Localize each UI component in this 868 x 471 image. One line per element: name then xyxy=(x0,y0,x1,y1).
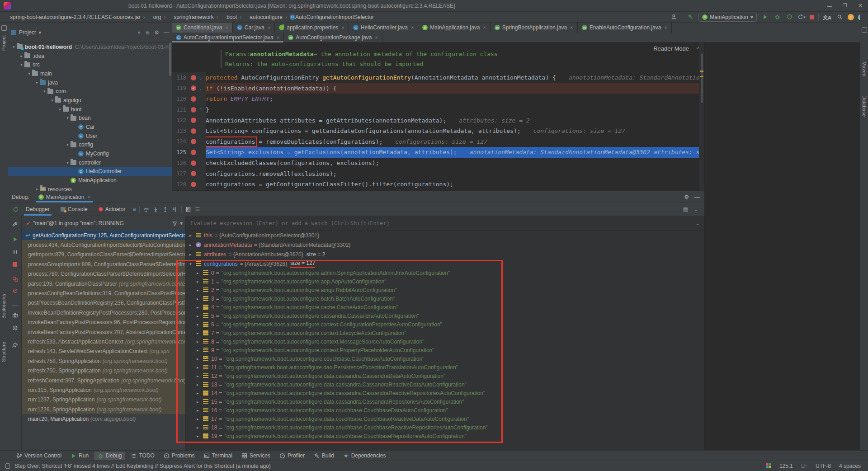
editor-tab[interactable]: MainApplication.java × xyxy=(418,23,491,33)
status-message[interactable]: Step Over: Shortcut 'F8' missed 4 times … xyxy=(14,463,271,469)
menu-item[interactable] xyxy=(105,0,113,11)
expand-icon[interactable]: ▸ xyxy=(189,243,196,247)
expand-icon[interactable]: ▸ xyxy=(189,233,196,238)
editor-error-stripe[interactable] xyxy=(699,42,704,191)
expand-icon[interactable]: ▸ xyxy=(197,279,203,284)
stop-button[interactable] xyxy=(810,15,814,19)
breadcrumb-item[interactable]: org › xyxy=(148,14,168,20)
breadcrumb-item[interactable]: springframework › xyxy=(168,14,221,20)
run-to-cursor-icon[interactable] xyxy=(172,207,178,212)
editor-gutter[interactable]: 125 xyxy=(172,147,206,158)
stack-frame[interactable]: refresh:750, SpringApplication (org.spri… xyxy=(22,366,185,375)
toolbar-version-control[interactable]: Version Control xyxy=(13,452,65,460)
menu-item[interactable] xyxy=(97,0,105,11)
tree-item[interactable]: MainApplication xyxy=(8,176,172,185)
stack-frame[interactable]: invokeBeanFactoryPostProcessors:96, Post… xyxy=(22,318,185,327)
toolbar-run[interactable]: Run xyxy=(67,452,92,460)
rerun-session-icon[interactable] xyxy=(12,221,18,228)
list-entry-row[interactable]: ▸ 2 = "org.springframework.boot.autoconf… xyxy=(186,286,704,294)
tab-close-icon[interactable]: × xyxy=(483,25,486,30)
stack-frame[interactable]: run:1237, SpringApplication (org.springf… xyxy=(22,395,185,405)
stack-frame[interactable]: invokeBeanFactoryPostProcessors:707, Abs… xyxy=(22,327,185,337)
expand-icon[interactable]: ▾ xyxy=(189,262,196,266)
expand-icon[interactable]: ▸ xyxy=(197,357,203,361)
build-hammer-icon[interactable] xyxy=(686,13,694,21)
rerun-icon[interactable] xyxy=(13,207,19,212)
menu-item[interactable] xyxy=(40,0,48,11)
editor-scrollbar-thumb[interactable] xyxy=(701,53,703,103)
tree-item[interactable]: Car xyxy=(8,122,172,132)
expand-icon[interactable]: ▸ xyxy=(197,348,203,353)
expand-icon[interactable]: ▸ xyxy=(197,391,203,396)
tab-close-icon[interactable]: × xyxy=(570,25,573,30)
tree-expand-icon[interactable]: ▾ xyxy=(65,142,71,147)
code-line[interactable]: 123 List<String> configurations = getCan… xyxy=(172,126,704,137)
editor-gutter[interactable]: 121 ⌃ xyxy=(172,104,206,115)
list-entry-row[interactable]: ▸ 17 = "org.springframework.boot.autocon… xyxy=(186,414,704,423)
debug-hide-icon[interactable]: — xyxy=(694,194,700,200)
tree-expand-icon[interactable]: ▾ xyxy=(19,62,24,67)
list-entry-row[interactable]: ▸ 13 = "org.springframework.boot.autocon… xyxy=(186,380,704,389)
list-entry-row[interactable]: ▸ 19 = "org.springframework.boot.autocon… xyxy=(186,432,704,440)
menu-item[interactable] xyxy=(64,0,72,11)
tab-actuator[interactable]: Actuator xyxy=(95,203,129,216)
restore-layout-icon[interactable]: ⌄ xyxy=(693,206,698,212)
expand-icon[interactable]: ▸ xyxy=(197,288,203,292)
menu-item[interactable] xyxy=(32,0,40,11)
expand-icon[interactable]: ▸ xyxy=(189,252,196,257)
stack-frame[interactable]: process:434, AutoConfigurationImportSele… xyxy=(22,240,185,250)
resume-icon[interactable] xyxy=(12,236,18,242)
list-entry-row[interactable]: ▸ 9 = "org.springframework.boot.autoconf… xyxy=(186,346,704,354)
list-entry-row[interactable]: ▸ 15 = "org.springframework.boot.autocon… xyxy=(186,397,704,406)
step-over-icon[interactable] xyxy=(143,207,149,212)
tab-close-icon[interactable]: × xyxy=(268,25,270,30)
list-entry-row[interactable]: ▸ 16 = "org.springframework.boot.autocon… xyxy=(186,406,704,414)
debug-session-tab[interactable]: MainApplication × xyxy=(36,191,93,203)
tree-item[interactable]: ▾ bean xyxy=(8,114,172,123)
editor-tab[interactable]: SpringBootApplication.java × xyxy=(491,23,578,33)
stack-frame[interactable]: postProcessBeanDefinitionRegistry:236, C… xyxy=(22,298,185,308)
breakpoint-icon[interactable] xyxy=(191,160,196,166)
editor-gutter[interactable]: 122 xyxy=(172,115,206,126)
editor-tab[interactable]: AutoConfigurationPackage.java × xyxy=(284,33,382,42)
expand-icon[interactable]: ▸ xyxy=(197,365,203,370)
list-entry-row[interactable]: ▸ 0 = "org.springframework.boot.autoconf… xyxy=(186,268,704,277)
run-configuration-select[interactable]: MainApplication ▾ xyxy=(698,13,757,22)
stack-frame[interactable]: refresh:143, ServletWebServerApplication… xyxy=(22,347,185,356)
tree-item[interactable]: ▾ com xyxy=(8,87,172,96)
editor-gutter[interactable]: 127 xyxy=(172,168,206,179)
tree-expand-icon[interactable]: ▾ xyxy=(65,116,71,120)
list-entry-row[interactable]: ▸ 11 = "org.springframework.boot.autocon… xyxy=(186,363,704,372)
layout-settings-icon[interactable]: ▦ xyxy=(683,206,688,212)
coverage-button[interactable] xyxy=(785,13,793,21)
breakpoint-icon[interactable] xyxy=(191,75,196,80)
breakpoint-icon[interactable] xyxy=(191,171,196,176)
tree-item[interactable]: ▾ src xyxy=(8,60,172,69)
maximize-button[interactable]: ❐ xyxy=(837,0,853,11)
editor-tab[interactable]: HelloController.java × xyxy=(349,23,419,33)
toolwindow-toggle-icon[interactable] xyxy=(5,463,10,469)
hide-panel-icon[interactable]: — xyxy=(164,29,169,36)
tree-expand-icon[interactable]: ▾ xyxy=(34,80,40,85)
list-entry-row[interactable]: ▸ 4 = "org.springframework.boot.autoconf… xyxy=(186,303,704,311)
stack-frame[interactable]: refresh:533, AbstractApplicationContext … xyxy=(22,337,185,346)
stack-frame[interactable]: parse:193, ConfigurationClassParser (org… xyxy=(22,279,185,288)
reader-mode-toggle[interactable]: Reader Mode xyxy=(653,45,689,52)
menu-item[interactable] xyxy=(80,0,89,11)
breakpoint-icon[interactable] xyxy=(191,139,196,144)
expand-icon[interactable]: ▸ xyxy=(197,314,203,318)
session-close-icon[interactable]: × xyxy=(87,194,90,200)
tab-close-icon[interactable]: × xyxy=(277,35,279,40)
toolbar-todo[interactable]: TODO xyxy=(127,452,158,460)
expand-icon[interactable]: ▸ xyxy=(197,434,203,438)
editor-tab[interactable]: EnableAutoConfiguration.java × xyxy=(578,23,672,33)
thread-dump-icon[interactable] xyxy=(12,312,18,318)
variable-row[interactable]: ▾ configurations = {ArrayList@3628} size… xyxy=(186,259,704,268)
expand-icon[interactable]: ▸ xyxy=(197,305,203,310)
stack-frame[interactable]: processConfigBeanDefinitions:319, Config… xyxy=(22,288,185,298)
stop-icon[interactable] xyxy=(12,261,18,268)
list-entry-row[interactable]: ▸ 1 = "org.springframework.boot.autoconf… xyxy=(186,277,704,286)
fold-icon[interactable]: ⌄ xyxy=(199,75,202,80)
breadcrumb-item[interactable]: boot › xyxy=(221,14,244,20)
code-line[interactable]: 120 return EMPTY_ENTRY; xyxy=(172,94,704,104)
